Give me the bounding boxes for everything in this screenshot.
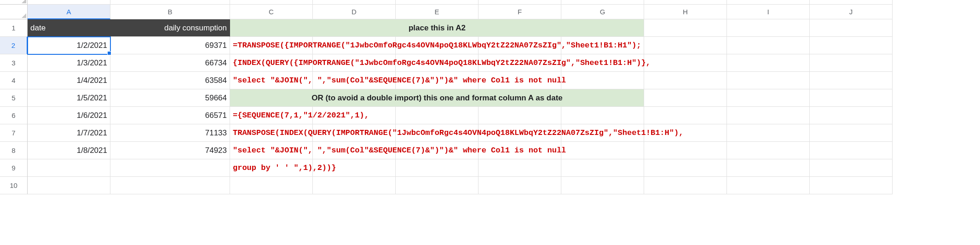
cell-G10[interactable]	[561, 177, 644, 194]
row-header-1[interactable]: 1	[0, 19, 28, 37]
cell-B3[interactable]: 66734	[110, 54, 230, 72]
col-header-D[interactable]: D	[313, 5, 396, 19]
row-header-7[interactable]: 7	[0, 124, 28, 142]
cell-H7[interactable]	[644, 124, 727, 142]
cell-I3[interactable]	[727, 54, 810, 72]
cell-E6[interactable]	[396, 107, 478, 124]
cell-C9[interactable]: group by ' ' ",1),2))}	[230, 159, 313, 177]
cell-H4[interactable]	[644, 72, 727, 89]
cell-J7[interactable]	[810, 124, 893, 142]
cell-J9[interactable]	[810, 159, 893, 177]
cell-D4[interactable]	[313, 72, 396, 89]
cell-D5[interactable]	[313, 89, 396, 107]
cell-A4[interactable]: 1/4/2021	[28, 72, 110, 89]
cell-A10[interactable]	[28, 177, 110, 194]
cell-B4[interactable]: 63584	[110, 72, 230, 89]
cell-B10[interactable]	[110, 177, 230, 194]
col-header-J[interactable]: J	[810, 5, 893, 19]
cell-H3[interactable]	[644, 54, 727, 72]
cell-C3[interactable]: {INDEX(QUERY({IMPORTRANGE("1JwbcOmfoRgc4…	[230, 54, 313, 72]
cell-G1[interactable]	[561, 19, 644, 37]
cell-H5[interactable]	[644, 89, 727, 107]
row-header-10[interactable]: 10	[0, 177, 28, 194]
cell-J2[interactable]	[810, 37, 893, 54]
cell-I2[interactable]	[727, 37, 810, 54]
cell-C8[interactable]: "select "&JOIN(", ","sum(Col"&SEQUENCE(7…	[230, 142, 313, 159]
cell-A5[interactable]: 1/5/2021	[28, 89, 110, 107]
cell-C6[interactable]: ={SEQUENCE(7,1,"1/2/2021",1),	[230, 107, 313, 124]
row-header-9[interactable]: 9	[0, 159, 28, 177]
cell-I5[interactable]	[727, 89, 810, 107]
cell-H8[interactable]	[644, 142, 727, 159]
select-all-corner[interactable]	[0, 5, 28, 19]
cell-C1[interactable]: place this in A2	[230, 19, 313, 37]
cell-J4[interactable]	[810, 72, 893, 89]
cell-B6[interactable]: 66571	[110, 107, 230, 124]
cell-G2[interactable]	[561, 37, 644, 54]
col-header-E[interactable]: E	[396, 5, 478, 19]
cell-F5[interactable]	[478, 89, 561, 107]
cell-A6[interactable]: 1/6/2021	[28, 107, 110, 124]
cell-F8[interactable]	[478, 142, 561, 159]
cell-B7[interactable]: 71133	[110, 124, 230, 142]
row-header-3[interactable]: 3	[0, 54, 28, 72]
row-header-6[interactable]: 6	[0, 107, 28, 124]
col-header-I[interactable]: I	[727, 5, 810, 19]
cell-B1[interactable]: daily consumption	[110, 19, 230, 37]
cell-C5[interactable]: OR (to avoid a double import) this one a…	[230, 89, 313, 107]
cell-F3[interactable]	[478, 54, 561, 72]
col-header-B[interactable]: B	[110, 5, 230, 19]
cell-E7[interactable]	[396, 124, 478, 142]
cell-E10[interactable]	[396, 177, 478, 194]
cell-E8[interactable]	[396, 142, 478, 159]
cell-D1[interactable]	[313, 19, 396, 37]
cell-G3[interactable]	[561, 54, 644, 72]
cell-H6[interactable]	[644, 107, 727, 124]
cell-E5[interactable]	[396, 89, 478, 107]
cell-I7[interactable]	[727, 124, 810, 142]
cell-D2[interactable]	[313, 37, 396, 54]
cell-A7[interactable]: 1/7/2021	[28, 124, 110, 142]
cell-B9[interactable]	[110, 159, 230, 177]
cell-F9[interactable]	[478, 159, 561, 177]
cell-E3[interactable]	[396, 54, 478, 72]
cell-I8[interactable]	[727, 142, 810, 159]
cell-C4[interactable]: "select "&JOIN(", ","sum(Col"&SEQUENCE(7…	[230, 72, 313, 89]
cell-E4[interactable]	[396, 72, 478, 89]
row-header-2[interactable]: 2	[0, 37, 28, 54]
cell-I4[interactable]	[727, 72, 810, 89]
cell-I9[interactable]	[727, 159, 810, 177]
cell-B8[interactable]: 74923	[110, 142, 230, 159]
cell-G8[interactable]	[561, 142, 644, 159]
cell-A2[interactable]: 1/2/2021	[28, 37, 110, 54]
col-header-G[interactable]: G	[561, 5, 644, 19]
cell-A8[interactable]: 1/8/2021	[28, 142, 110, 159]
cell-C2[interactable]: =TRANSPOSE({IMPORTRANGE("1JwbcOmfoRgc4s4…	[230, 37, 313, 54]
cell-F2[interactable]	[478, 37, 561, 54]
cell-H2[interactable]	[644, 37, 727, 54]
cell-D6[interactable]	[313, 107, 396, 124]
row-header-4[interactable]: 4	[0, 72, 28, 89]
cell-E2[interactable]	[396, 37, 478, 54]
cell-J5[interactable]	[810, 89, 893, 107]
col-header-C[interactable]: C	[230, 5, 313, 19]
cell-J10[interactable]	[810, 177, 893, 194]
cell-D10[interactable]	[313, 177, 396, 194]
cell-I6[interactable]	[727, 107, 810, 124]
cell-B2[interactable]: 69371	[110, 37, 230, 54]
cell-H10[interactable]	[644, 177, 727, 194]
col-header-F[interactable]: F	[478, 5, 561, 19]
col-header-A[interactable]: A	[28, 5, 110, 19]
cell-D9[interactable]	[313, 159, 396, 177]
cell-H1[interactable]	[644, 19, 727, 37]
cell-F10[interactable]	[478, 177, 561, 194]
cell-D8[interactable]	[313, 142, 396, 159]
cell-H9[interactable]	[644, 159, 727, 177]
cell-E9[interactable]	[396, 159, 478, 177]
cell-E1[interactable]	[396, 19, 478, 37]
cell-A3[interactable]: 1/3/2021	[28, 54, 110, 72]
cell-J3[interactable]	[810, 54, 893, 72]
cell-I1[interactable]	[727, 19, 810, 37]
cell-F1[interactable]	[478, 19, 561, 37]
cell-F4[interactable]	[478, 72, 561, 89]
